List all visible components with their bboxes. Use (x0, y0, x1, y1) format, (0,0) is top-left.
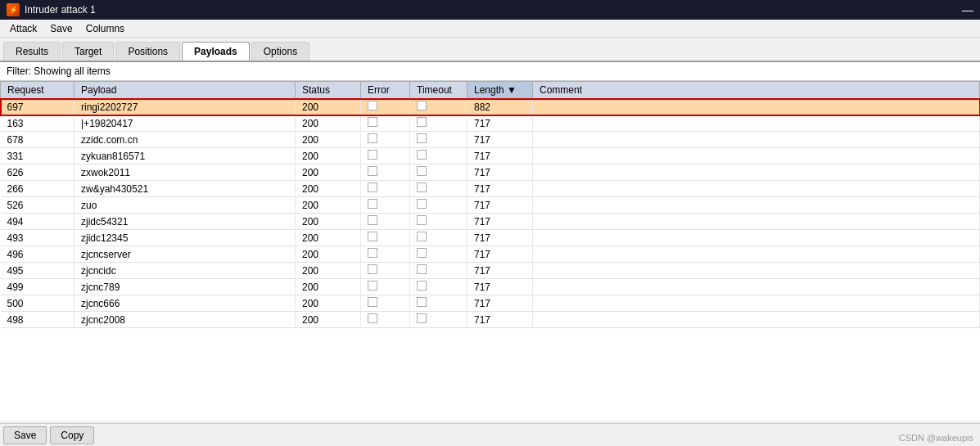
cell-error[interactable] (361, 312, 410, 328)
cell-timeout[interactable] (410, 246, 467, 263)
table-row[interactable]: 331zykuan816571200717 (1, 148, 980, 164)
cell-payload: zzidc.com.cn (75, 132, 296, 148)
cell-timeout-checkbox[interactable] (417, 133, 427, 143)
cell-length: 717 (467, 279, 533, 295)
cell-error-checkbox[interactable] (368, 281, 377, 291)
table-row[interactable]: 526zuo200717 (1, 197, 980, 214)
cell-error[interactable] (361, 230, 410, 246)
cell-timeout[interactable] (410, 295, 467, 312)
cell-timeout-checkbox[interactable] (417, 281, 427, 291)
tab-positions[interactable]: Positions (115, 42, 180, 61)
cell-error-checkbox[interactable] (368, 101, 377, 110)
save-button[interactable]: Save (3, 426, 47, 444)
results-table-container: Request Payload Status Error Timeout Len… (0, 81, 980, 421)
cell-timeout[interactable] (410, 197, 467, 214)
table-row[interactable]: 496zjcncserver200717 (1, 246, 980, 263)
cell-timeout-checkbox[interactable] (417, 101, 427, 110)
cell-timeout[interactable] (410, 279, 467, 295)
menu-save[interactable]: Save (43, 21, 79, 36)
tab-results[interactable]: Results (3, 42, 61, 61)
cell-error[interactable] (361, 164, 410, 181)
minimize-button[interactable]: — (962, 3, 973, 16)
cell-error[interactable] (361, 181, 410, 197)
cell-error[interactable] (361, 148, 410, 164)
cell-error[interactable] (361, 295, 410, 312)
cell-timeout[interactable] (410, 181, 467, 197)
cell-timeout-checkbox[interactable] (417, 232, 427, 241)
tab-payloads[interactable]: Payloads (182, 42, 250, 61)
col-header-timeout[interactable]: Timeout (410, 82, 467, 99)
cell-error[interactable] (361, 99, 410, 115)
table-row[interactable]: 163|+19820417200717 (1, 115, 980, 132)
table-header-row: Request Payload Status Error Timeout Len… (1, 82, 980, 99)
cell-timeout-checkbox[interactable] (417, 248, 427, 258)
app-icon: ⚡ (7, 3, 20, 16)
cell-error[interactable] (361, 132, 410, 148)
cell-error[interactable] (361, 197, 410, 214)
cell-timeout[interactable] (410, 148, 467, 164)
table-row[interactable]: 495zjcncidc200717 (1, 263, 980, 279)
cell-timeout[interactable] (410, 263, 467, 279)
menu-attack[interactable]: Attack (3, 21, 43, 36)
cell-error[interactable] (361, 115, 410, 132)
menu-columns[interactable]: Columns (79, 21, 131, 36)
cell-timeout[interactable] (410, 312, 467, 328)
col-header-status[interactable]: Status (296, 82, 361, 99)
table-row[interactable]: 678zzidc.com.cn200717 (1, 132, 980, 148)
cell-length: 717 (467, 181, 533, 197)
col-header-request[interactable]: Request (1, 82, 75, 99)
table-row[interactable]: 498zjcnc2008200717 (1, 312, 980, 328)
table-row[interactable]: 499zjcnc789200717 (1, 279, 980, 295)
cell-error-checkbox[interactable] (368, 248, 377, 258)
cell-timeout[interactable] (410, 132, 467, 148)
cell-error-checkbox[interactable] (368, 297, 377, 307)
tab-target[interactable]: Target (62, 42, 114, 61)
cell-error-checkbox[interactable] (368, 117, 377, 127)
table-row[interactable]: 697ringi2202727200882 (1, 99, 980, 115)
cell-payload: zykuan816571 (75, 148, 296, 164)
cell-status: 200 (296, 279, 361, 295)
cell-timeout[interactable] (410, 164, 467, 181)
col-header-comment[interactable]: Comment (533, 82, 980, 99)
cell-error-checkbox[interactable] (368, 133, 377, 143)
cell-error[interactable] (361, 263, 410, 279)
cell-error-checkbox[interactable] (368, 150, 377, 160)
tab-options[interactable]: Options (251, 42, 309, 61)
table-row[interactable]: 266zw&yah430521200717 (1, 181, 980, 197)
cell-timeout[interactable] (410, 214, 467, 230)
copy-button[interactable]: Copy (50, 426, 94, 444)
cell-error[interactable] (361, 246, 410, 263)
cell-error-checkbox[interactable] (368, 264, 377, 274)
cell-timeout-checkbox[interactable] (417, 264, 427, 274)
cell-error[interactable] (361, 214, 410, 230)
cell-timeout-checkbox[interactable] (417, 215, 427, 225)
cell-payload: |+19820417 (75, 115, 296, 132)
cell-timeout-checkbox[interactable] (417, 150, 427, 160)
cell-error-checkbox[interactable] (368, 232, 377, 241)
col-header-error[interactable]: Error (361, 82, 410, 99)
col-header-length[interactable]: Length ▼ (467, 82, 533, 99)
cell-error[interactable] (361, 279, 410, 295)
cell-status: 200 (296, 181, 361, 197)
table-row[interactable]: 500zjcnc666200717 (1, 295, 980, 312)
cell-error-checkbox[interactable] (368, 166, 377, 176)
cell-timeout-checkbox[interactable] (417, 313, 427, 323)
table-row[interactable]: 493zjidc12345200717 (1, 230, 980, 246)
table-row[interactable]: 494zjidc54321200717 (1, 214, 980, 230)
cell-timeout[interactable] (410, 230, 467, 246)
cell-error-checkbox[interactable] (368, 215, 377, 225)
col-header-payload[interactable]: Payload (75, 82, 296, 99)
cell-timeout[interactable] (410, 115, 467, 132)
cell-timeout-checkbox[interactable] (417, 166, 427, 176)
cell-timeout-checkbox[interactable] (417, 182, 427, 192)
cell-timeout-checkbox[interactable] (417, 117, 427, 127)
cell-length: 717 (467, 312, 533, 328)
cell-error-checkbox[interactable] (368, 182, 377, 192)
cell-timeout-checkbox[interactable] (417, 297, 427, 307)
cell-timeout[interactable] (410, 99, 467, 115)
cell-timeout-checkbox[interactable] (417, 199, 427, 209)
window-title: Intruder attack 1 (25, 4, 96, 16)
cell-error-checkbox[interactable] (368, 313, 377, 323)
cell-error-checkbox[interactable] (368, 199, 377, 209)
table-row[interactable]: 626zxwok2011200717 (1, 164, 980, 181)
